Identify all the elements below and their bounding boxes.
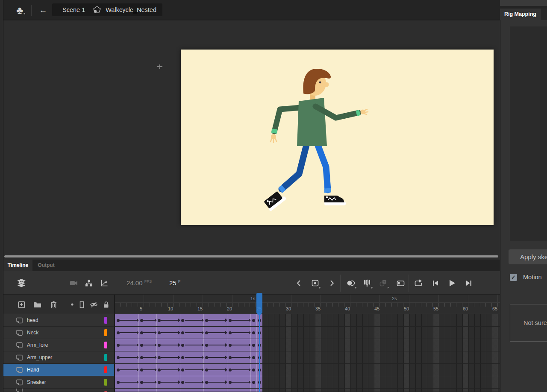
tween-arrow-line (120, 369, 137, 370)
tween-span[interactable] (115, 351, 262, 363)
step-forward-icon[interactable] (464, 278, 474, 288)
apply-skeleton-button[interactable]: Apply ske (509, 249, 547, 264)
frame-row[interactable] (115, 389, 500, 392)
character-back-pant-cuff (280, 187, 284, 190)
timeline-ruler[interactable]: 51015202530354045505560651s2s (115, 295, 500, 314)
keyframe-dot (158, 381, 161, 384)
layer-color-chip[interactable] (104, 342, 107, 348)
tween-span[interactable] (115, 364, 262, 376)
tab-rig-mapping[interactable]: Rig Mapping (500, 9, 541, 20)
next-keyframe-icon[interactable] (327, 278, 337, 288)
symbols-menu-icon[interactable]: ♣ (12, 3, 27, 17)
layer-controls (3, 295, 114, 314)
rig-panel-tabbar: Rig Mapping (500, 9, 547, 20)
modify-markers-icon[interactable] (395, 278, 406, 288)
fps-field[interactable]: 24.00 FPS (126, 279, 152, 287)
layer-row[interactable]: Sneaker (3, 376, 114, 389)
tab-output[interactable]: Output (32, 260, 60, 271)
tween-span[interactable] (115, 389, 262, 392)
play-icon[interactable] (447, 278, 457, 288)
tween-arrow-line (185, 369, 202, 370)
edit-bar: ♣ ← Scene 1 Walkcycle_Nested (3, 0, 500, 20)
keyframe-dot (140, 344, 143, 347)
graph-editor-icon[interactable] (99, 278, 109, 288)
insert-keyframe-icon[interactable] (310, 278, 320, 288)
previous-keyframe-icon[interactable] (294, 278, 304, 288)
frame-row[interactable] (115, 327, 500, 339)
keyframe-dot (229, 381, 232, 384)
layers-panel-icon[interactable] (16, 278, 26, 288)
back-button[interactable]: ← (38, 5, 49, 15)
current-frame-field[interactable]: 25 F (169, 279, 180, 287)
tween-span[interactable] (115, 339, 262, 351)
tween-arrow-line (232, 345, 249, 345)
keyframe-separator (180, 376, 180, 388)
ruler-frame-tick (185, 303, 185, 307)
frame-row[interactable] (115, 376, 500, 389)
layer-row[interactable]: Hand (3, 364, 114, 376)
keyframe-separator (250, 327, 251, 339)
layer-row[interactable]: Neck (3, 327, 114, 339)
keyframe-separator (156, 364, 157, 376)
frame-row[interactable] (115, 314, 500, 327)
tab-timeline[interactable]: Timeline (3, 260, 32, 271)
highlight-column-icon[interactable] (68, 300, 77, 309)
ruler-frame-number: 15 (194, 306, 206, 311)
breadcrumb-symbol[interactable]: Walkcycle_Nested (106, 6, 156, 13)
keyframe-separator (227, 376, 227, 388)
keyframe-dot (158, 369, 161, 372)
keyframe-dot (181, 369, 184, 372)
new-layer-icon[interactable] (17, 300, 26, 309)
frame-row[interactable] (115, 364, 500, 376)
tween-span[interactable] (115, 314, 262, 326)
breadcrumb-scene[interactable]: Scene 1 (62, 6, 85, 13)
collapsed-left-panel[interactable] (0, 0, 3, 392)
horizontal-scrollbar[interactable] (4, 255, 498, 257)
loop-playback-icon[interactable] (413, 278, 423, 288)
layer-row[interactable]: Arm_fore (3, 339, 114, 351)
stage-canvas[interactable] (181, 50, 494, 225)
layer-color-chip[interactable] (104, 366, 107, 373)
layer-name: head (27, 317, 114, 323)
layer-row[interactable]: Arm_upper (3, 351, 114, 364)
ruler-frame-tick (209, 303, 209, 307)
tween-arrow-line (143, 332, 155, 333)
keyframe-separator (256, 351, 257, 363)
playhead-marker[interactable] (256, 293, 262, 313)
camera-icon[interactable] (69, 278, 79, 288)
keyframe-separator (250, 314, 251, 326)
tween-arrow-line (161, 320, 179, 321)
step-back-icon[interactable] (430, 278, 441, 288)
tween-arrow-line (143, 320, 155, 321)
layer-color-chip[interactable] (104, 317, 107, 324)
ruler-frame-tick (368, 303, 368, 307)
layer-color-chip[interactable] (104, 379, 107, 386)
ruler-divider (115, 302, 500, 303)
onion-skin-icon[interactable] (346, 278, 356, 288)
frame-row[interactable] (115, 351, 500, 364)
parenting-hierarchy-icon[interactable] (84, 278, 94, 288)
delete-layer-icon[interactable] (49, 300, 58, 309)
keyframe-separator (180, 364, 180, 376)
onion-skin-outlines-icon[interactable] (362, 278, 372, 288)
edit-multiple-frames-icon[interactable] (378, 278, 388, 288)
tween-arrow-line (120, 382, 137, 383)
tween-span[interactable] (115, 327, 262, 339)
layer-color-chip[interactable] (104, 329, 107, 336)
ruler-frame-number: 5 (135, 306, 147, 311)
frame-row[interactable] (115, 339, 500, 351)
outline-column-icon[interactable] (77, 300, 86, 309)
layer-row[interactable]: head (3, 314, 114, 327)
new-folder-icon[interactable] (32, 300, 42, 309)
frames-grid[interactable] (115, 314, 500, 392)
layer-row[interactable] (3, 389, 114, 392)
keyframe-dot (252, 319, 255, 322)
motion-checkbox[interactable]: ✓ (510, 274, 517, 281)
tween-span[interactable] (115, 376, 262, 388)
hide-column-icon[interactable] (89, 300, 98, 309)
layer-color-chip[interactable] (104, 354, 107, 361)
lock-column-icon[interactable] (101, 300, 111, 309)
timeline-tabbar: Timeline Output (3, 260, 500, 271)
ruler-column-line (291, 295, 291, 302)
keyframe-dot (181, 344, 184, 347)
